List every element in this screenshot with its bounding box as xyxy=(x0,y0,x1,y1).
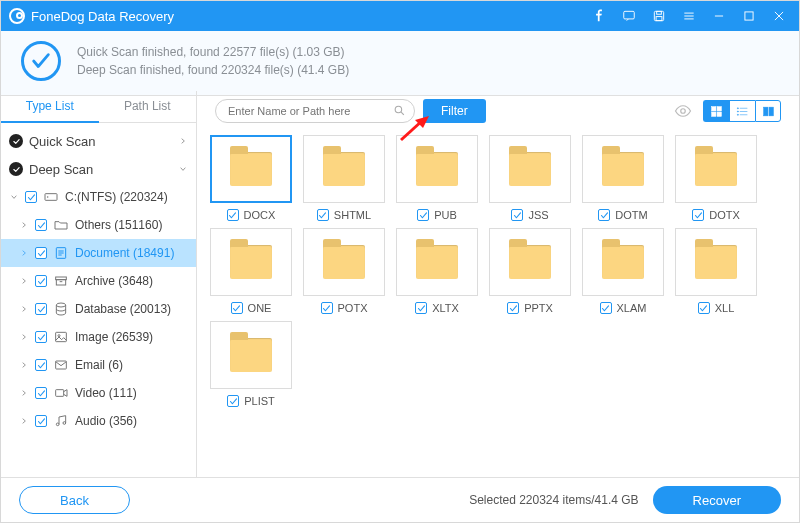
checkbox[interactable] xyxy=(35,275,47,287)
svg-point-27 xyxy=(395,106,402,113)
file-thumb xyxy=(210,135,292,203)
save-icon[interactable] xyxy=(647,1,671,31)
file-tile[interactable]: XLTX xyxy=(393,228,481,316)
file-tile[interactable]: POTX xyxy=(300,228,388,316)
close-icon[interactable] xyxy=(767,1,791,31)
tree-others[interactable]: Others (151160) xyxy=(1,211,196,239)
folder-icon xyxy=(323,152,365,186)
file-tile[interactable]: DOTX xyxy=(672,135,760,223)
share-fb-icon[interactable] xyxy=(587,1,611,31)
folder-icon xyxy=(416,152,458,186)
checkbox[interactable] xyxy=(507,302,519,314)
checkbox[interactable] xyxy=(227,395,239,407)
checkbox[interactable] xyxy=(35,331,47,343)
checkbox[interactable] xyxy=(417,209,429,221)
chevron-down-icon xyxy=(178,165,188,173)
svg-rect-24 xyxy=(56,390,64,397)
svg-rect-2 xyxy=(657,11,662,14)
file-tile[interactable]: DOCX xyxy=(207,135,295,223)
titlebar: FoneDog Data Recovery xyxy=(1,1,799,31)
minimize-icon[interactable] xyxy=(707,1,731,31)
tree-deep-scan[interactable]: Deep Scan xyxy=(1,155,196,183)
file-tile[interactable]: ONE xyxy=(207,228,295,316)
svg-rect-32 xyxy=(712,112,716,116)
feedback-icon[interactable] xyxy=(617,1,641,31)
tree-archive[interactable]: Archive (3648) xyxy=(1,267,196,295)
file-thumb xyxy=(582,228,664,296)
svg-line-28 xyxy=(401,112,404,115)
checkbox[interactable] xyxy=(321,302,333,314)
checkbox[interactable] xyxy=(317,209,329,221)
tree-quick-scan[interactable]: Quick Scan xyxy=(1,127,196,155)
footer: Back Selected 220324 items/41.4 GB Recov… xyxy=(1,477,799,522)
checkbox[interactable] xyxy=(511,209,523,221)
svg-rect-3 xyxy=(656,17,662,21)
checkbox[interactable] xyxy=(598,209,610,221)
tab-type-list[interactable]: Type List xyxy=(1,91,99,123)
file-tile[interactable]: XLAM xyxy=(579,228,667,316)
quickscan-summary: Quick Scan finished, found 22577 file(s)… xyxy=(77,45,349,59)
file-tile[interactable]: DOTM xyxy=(579,135,667,223)
search-icon[interactable] xyxy=(393,104,407,118)
file-tile[interactable]: SHTML xyxy=(300,135,388,223)
checkbox[interactable] xyxy=(35,415,47,427)
checkbox[interactable] xyxy=(35,303,47,315)
checkbox[interactable] xyxy=(698,302,710,314)
svg-rect-33 xyxy=(717,112,721,116)
view-list-button[interactable] xyxy=(729,100,755,122)
chevron-right-icon xyxy=(19,277,29,285)
svg-rect-8 xyxy=(745,12,753,20)
tree-drive[interactable]: C:(NTFS) (220324) xyxy=(1,183,196,211)
svg-rect-41 xyxy=(769,107,773,116)
file-thumb xyxy=(489,135,571,203)
checkbox[interactable] xyxy=(227,209,239,221)
checkbox[interactable] xyxy=(600,302,612,314)
email-icon xyxy=(53,357,69,373)
checkbox[interactable] xyxy=(35,359,47,371)
checkbox[interactable] xyxy=(231,302,243,314)
folder-icon xyxy=(509,245,551,279)
file-thumb xyxy=(396,228,478,296)
tree-audio[interactable]: Audio (356) xyxy=(1,407,196,435)
file-tile[interactable]: PPTX xyxy=(486,228,574,316)
chevron-right-icon xyxy=(19,249,29,257)
menu-icon[interactable] xyxy=(677,1,701,31)
tab-path-list[interactable]: Path List xyxy=(99,91,197,122)
document-label: Document (18491) xyxy=(75,246,188,260)
svg-rect-0 xyxy=(624,11,635,19)
checkbox[interactable] xyxy=(35,247,47,259)
preview-toggle-icon[interactable] xyxy=(671,100,695,122)
checkbox[interactable] xyxy=(415,302,427,314)
file-thumb xyxy=(489,228,571,296)
checkbox[interactable] xyxy=(35,387,47,399)
file-grid: DOCXSHTMLPUBJSSDOTMDOTXONEPOTXXLTXPPTXXL… xyxy=(197,131,799,477)
view-grid-button[interactable] xyxy=(703,100,729,122)
app-logo-icon xyxy=(9,8,25,24)
file-tile[interactable]: PLIST xyxy=(207,321,295,409)
checkbox[interactable] xyxy=(692,209,704,221)
view-mode-group xyxy=(703,100,781,122)
folder-icon xyxy=(323,245,365,279)
svg-point-25 xyxy=(56,423,59,426)
tree-database[interactable]: Database (20013) xyxy=(1,295,196,323)
view-detail-button[interactable] xyxy=(755,100,781,122)
recover-button[interactable]: Recover xyxy=(653,486,781,514)
back-button[interactable]: Back xyxy=(19,486,130,514)
tree-video[interactable]: Video (111) xyxy=(1,379,196,407)
tree-email[interactable]: Email (6) xyxy=(1,351,196,379)
image-label: Image (26539) xyxy=(75,330,188,344)
file-name: SHTML xyxy=(334,209,371,221)
maximize-icon[interactable] xyxy=(737,1,761,31)
file-name: DOCX xyxy=(244,209,276,221)
checkbox[interactable] xyxy=(35,219,47,231)
file-tile[interactable]: PUB xyxy=(393,135,481,223)
checkbox[interactable] xyxy=(25,191,37,203)
tree-image[interactable]: Image (26539) xyxy=(1,323,196,351)
tree-document[interactable]: Document (18491) xyxy=(1,239,196,267)
file-name: XLAM xyxy=(617,302,647,314)
filter-button[interactable]: Filter xyxy=(423,99,486,123)
file-thumb xyxy=(303,228,385,296)
search-input[interactable] xyxy=(215,99,415,123)
file-tile[interactable]: XLL xyxy=(672,228,760,316)
file-tile[interactable]: JSS xyxy=(486,135,574,223)
